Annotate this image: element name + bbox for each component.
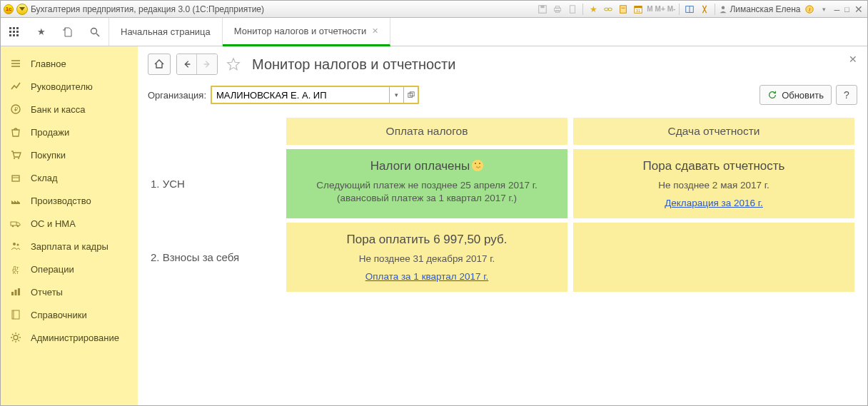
save-icon[interactable] [536,3,549,16]
nav-tools: ★ [1,18,109,46]
favorite-page-icon[interactable] [223,54,243,74]
smiley-icon [472,160,483,171]
sidebar-item-4[interactable]: Покупки [1,143,138,166]
sidebar-label: Продажи [31,127,69,138]
star-icon[interactable]: ★ [33,24,50,41]
svg-point-34 [14,158,15,159]
sidebar-item-12[interactable]: Администрирование [1,326,138,349]
svg-text:₽: ₽ [14,106,18,113]
svg-point-39 [12,225,14,228]
svg-rect-22 [13,31,15,33]
col-header-pay: Оплата налогов [286,118,567,145]
svg-rect-1 [541,5,545,8]
org-select[interactable]: ▾ [211,86,419,104]
print-icon[interactable] [551,3,564,16]
info-icon[interactable]: i [803,3,816,16]
sidebar-item-8[interactable]: Зарплата и кадры [1,235,138,258]
m-minus-icon[interactable]: M- [667,5,676,13]
org-open-icon[interactable] [403,87,418,103]
favorite-star-icon[interactable]: ★ [587,3,600,16]
help-button[interactable]: ? [836,85,857,105]
m-plus-icon[interactable]: M+ [655,5,665,13]
sidebar-label: Производство [31,196,91,206]
box-icon [9,171,22,184]
sidebar-label: Зарплата и кадры [31,241,108,252]
close-page-icon[interactable]: ✕ [849,54,857,65]
content-area: ✕ Монитор налогов и отчетности Организац… [138,46,867,405]
cell-report-0-title: Пора сдавать отчетность [582,159,846,173]
sidebar-item-3[interactable]: Продажи [1,121,138,143]
chart-icon [9,80,22,93]
monitor-grid: Оплата налогов Сдача отчетности 1. УСННа… [148,118,857,292]
home-button[interactable] [148,54,171,75]
svg-point-41 [13,243,16,245]
minimize-icon[interactable]: – [833,4,842,15]
svg-rect-38 [11,222,16,225]
sidebar-item-11[interactable]: Справочники [1,303,138,326]
sidebar-item-5[interactable]: Склад [1,166,138,189]
sidebar-label: Администрирование [31,333,119,343]
sidebar-item-10[interactable]: Отчеты [1,280,138,303]
calendar-icon[interactable]: 31 [632,3,645,16]
search-icon[interactable] [86,24,104,41]
tab-tax-monitor[interactable]: Монитор налогов и отчетности ✕ [223,18,391,46]
svg-rect-47 [18,288,20,295]
sidebar-item-1[interactable]: Руководителю [1,75,138,98]
back-button[interactable] [177,54,197,74]
sidebar-item-9[interactable]: ДтКтОперации [1,258,138,280]
svg-point-15 [722,6,725,9]
svg-rect-7 [608,8,612,11]
svg-rect-26 [16,34,19,36]
app-window: 1c Бухгалтерия предприятия, редакция 3.0… [0,0,868,406]
cell-pay-1: Пора оплатить 6 997,50 руб.Не позднее 31… [286,223,567,292]
bars-icon [9,285,22,298]
sidebar-label: Главное [31,59,66,69]
panels-icon[interactable] [683,3,696,16]
svg-rect-46 [15,290,17,295]
page-title: Монитор налогов и отчетности [252,56,455,73]
apps-icon[interactable] [6,24,23,41]
m-icon[interactable]: M [647,5,652,13]
title-bar: 1c Бухгалтерия предприятия, редакция 3.0… [1,1,867,18]
sidebar-item-2[interactable]: ₽Банк и касса [1,98,138,121]
close-tab-icon[interactable]: ✕ [372,26,378,36]
svg-point-27 [91,28,97,34]
doc-icon[interactable] [566,3,579,16]
org-dropdown-icon[interactable]: ▾ [389,87,403,103]
link-icon[interactable] [602,3,615,16]
tab-start-page[interactable]: Начальная страница [109,18,223,46]
refresh-icon [767,90,777,100]
menu-icon [9,57,22,70]
cell-report-0-link[interactable]: Декларация за 2016 г. [665,198,763,208]
sidebar-item-0[interactable]: Главное [1,52,138,75]
forward-button[interactable] [197,54,217,74]
svg-rect-45 [11,292,14,295]
history-icon[interactable] [59,24,76,41]
nav-tabs-row: ★ Начальная страница Монитор налогов и о… [1,18,867,46]
monitor-row-1: 2. Взносы за себяПора оплатить 6 997,50 … [148,223,857,292]
svg-line-28 [96,34,99,36]
close-window-icon[interactable]: ✕ [853,4,864,15]
sidebar-label: Руководителю [31,81,93,92]
app-menu-arrow-icon[interactable] [16,4,28,15]
svg-rect-3 [556,6,560,8]
app-logo-icon: 1c [4,4,14,14]
cell-report-0-line1: Не позднее 2 мая 2017 г. [582,179,846,192]
info-arrow-icon[interactable]: ▾ [818,3,831,16]
sidebar-item-7[interactable]: ОС и НМА [1,212,138,235]
current-user[interactable]: Лиманская Елена [719,4,800,14]
maximize-icon[interactable]: □ [843,5,851,14]
sidebar-label: ОС и НМА [31,218,76,229]
refresh-button[interactable]: Обновить [760,85,832,105]
cell-pay-0-line2: (авансовый платеж за 1 квартал 2017 г.) [295,192,559,205]
sidebar-item-6[interactable]: Производство [1,189,138,212]
cell-pay-1-link[interactable]: Оплата за 1 квартал 2017 г. [365,271,489,282]
tools-icon[interactable] [698,3,711,16]
svg-rect-5 [570,5,575,13]
calc-icon[interactable] [617,3,630,16]
cell-pay-0: Налоги оплаченыСледующий платеж не поздн… [286,149,567,218]
factory-icon [9,194,22,207]
truck-icon [9,217,22,230]
org-input[interactable] [212,87,389,103]
monitor-row-0: 1. УСННалоги оплаченыСледующий платеж не… [148,149,857,218]
